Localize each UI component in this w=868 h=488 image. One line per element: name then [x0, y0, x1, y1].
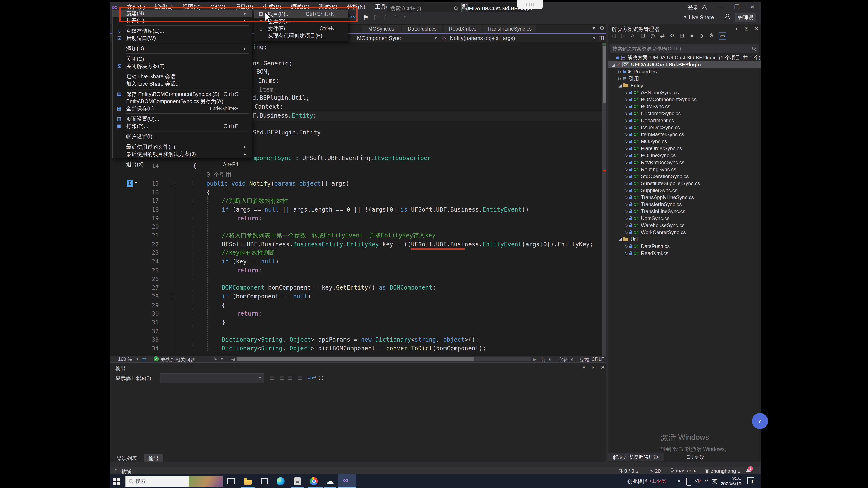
- tree-item[interactable]: ▷C#BOMComponentSync.cs: [609, 96, 761, 103]
- prev-bookmark-icon[interactable]: ⚐: [373, 14, 379, 22]
- tree-item[interactable]: ▷C#WarehouseSync.cs: [609, 222, 761, 229]
- visual-studio-taskbar-tile[interactable]: ∞: [338, 475, 356, 488]
- tree-item[interactable]: ▷C#CustomerSync.cs: [609, 110, 761, 117]
- clock[interactable]: 9:31 2023/6/19: [720, 475, 741, 487]
- feedback-person-icon[interactable]: [724, 14, 730, 19]
- home-icon[interactable]: ⌂: [631, 32, 634, 39]
- view-code-icon[interactable]: ◇: [699, 32, 703, 39]
- tree-item[interactable]: ▷C#RcvRptDocSync.cs: [609, 159, 761, 166]
- scroll-left-arrow[interactable]: ◀: [231, 356, 235, 362]
- menu-item[interactable]: ⊡启动窗口(W): [113, 35, 252, 42]
- tree-item[interactable]: ▷⊞引用: [609, 75, 761, 82]
- word-wrap-icon[interactable]: ab↵: [308, 375, 317, 380]
- active-files-dropdown-icon[interactable]: ▼: [591, 26, 596, 31]
- collapsed-arrow-icon[interactable]: ▷: [624, 174, 629, 179]
- tree-item[interactable]: ▷C#DataPush.cs: [609, 243, 761, 250]
- notification-center-button[interactable]: 1: [747, 477, 754, 484]
- close-icon[interactable]: ✕: [601, 364, 605, 370]
- collapsed-arrow-icon[interactable]: ▷: [624, 202, 629, 207]
- horizontal-scrollbar[interactable]: [237, 357, 531, 361]
- show-all-files-icon[interactable]: ▣: [689, 32, 695, 39]
- tree-item[interactable]: ◢Entity: [609, 82, 761, 89]
- link-icon[interactable]: ⇄: [704, 478, 709, 483]
- menu-item[interactable]: 帐户设置(I)...: [113, 133, 252, 140]
- menu-item[interactable]: Entity\BOMComponentSync.cs 另存为(A)...: [113, 98, 252, 105]
- live-share-button[interactable]: ⇗ Live Share: [682, 14, 714, 21]
- refresh-icon[interactable]: ↻: [670, 32, 675, 39]
- tab-options-gear-icon[interactable]: ⚙: [599, 25, 604, 31]
- split-editor-icon[interactable]: ◫: [599, 35, 604, 41]
- preview-icon[interactable]: ▭: [719, 32, 726, 40]
- properties-icon[interactable]: ⚙: [709, 32, 714, 39]
- clock-icon[interactable]: ◷: [318, 374, 323, 381]
- collapsed-arrow-icon[interactable]: ▷: [624, 132, 629, 137]
- collapsed-arrow-icon[interactable]: ▷: [624, 244, 629, 249]
- collapsed-arrow-icon[interactable]: ▷: [624, 195, 629, 200]
- collapse-all-icon[interactable]: ⊟: [680, 32, 684, 39]
- list-icon[interactable]: ≣: [280, 374, 284, 381]
- list-icon[interactable]: ≣: [298, 374, 303, 381]
- collapsed-arrow-icon[interactable]: ▷: [624, 167, 629, 172]
- collapsed-arrow-icon[interactable]: ▷: [624, 181, 629, 186]
- zoom-level-dropdown[interactable]: 160 %: [118, 356, 132, 362]
- collapsed-arrow-icon[interactable]: ▷: [624, 104, 629, 109]
- menu-item[interactable]: 启动 Live Share 会话: [113, 73, 252, 80]
- vpn-cloud-button[interactable]: ☁: [326, 477, 334, 485]
- menu-item[interactable]: ▥页面设置(U)...: [113, 115, 252, 123]
- tree-item[interactable]: ▷C#ItemMasterSync.cs: [609, 131, 761, 138]
- pin-icon[interactable]: ⊡: [744, 26, 749, 32]
- collapsed-arrow-icon[interactable]: ▷: [624, 230, 629, 235]
- file-explorer-button[interactable]: [244, 477, 252, 485]
- tree-item[interactable]: ▷C#StdOperationSync.cs: [609, 173, 761, 180]
- output-source-dropdown[interactable]: ▼: [160, 373, 264, 383]
- collapsed-arrow-icon[interactable]: ▷: [624, 118, 629, 123]
- menu-item[interactable]: 退出(X)Alt+F4: [113, 161, 252, 168]
- fold-collapse-icon[interactable]: −: [172, 181, 178, 186]
- collapsed-arrow-icon[interactable]: ▷: [617, 76, 623, 81]
- start-button[interactable]: [112, 477, 121, 485]
- collapsed-arrow-icon[interactable]: ▷: [624, 251, 629, 256]
- collapsed-arrow-icon[interactable]: ▷: [624, 111, 629, 116]
- tree-item[interactable]: ▷⚙Properties: [609, 68, 761, 75]
- expanded-arrow-icon[interactable]: ◢: [611, 62, 616, 67]
- collapsed-arrow-icon[interactable]: ▷: [624, 139, 629, 144]
- vertical-scrollbar[interactable]: [602, 42, 606, 356]
- sync-doc-icon[interactable]: ⇄: [142, 356, 146, 362]
- editor-tab[interactable]: ReadXml.cs: [443, 25, 482, 33]
- navbar-type-dropdown[interactable]: MComponentSync: [357, 35, 401, 41]
- sync-icon[interactable]: ⇄: [660, 32, 665, 39]
- navbar-member-dropdown[interactable]: Notify(params object[] args): [450, 35, 515, 41]
- collapsed-arrow-icon[interactable]: ▷: [624, 160, 629, 165]
- panel-tab[interactable]: Git 更改: [682, 453, 709, 461]
- restore-button[interactable]: ❐: [734, 4, 740, 10]
- network-monitor-icon[interactable]: [686, 478, 687, 484]
- list-icon[interactable]: ≣: [269, 374, 274, 381]
- tree-item[interactable]: ▷C#SupplierSync.cs: [609, 187, 761, 194]
- editor-tab[interactable]: TransInLineSync.cs: [483, 25, 536, 33]
- tree-item[interactable]: ▷C#ASNLineSync.cs: [609, 89, 761, 96]
- switch-views-icon[interactable]: ⊡: [641, 32, 645, 39]
- tree-item[interactable]: ▷C#ReadXml.cs: [609, 250, 761, 257]
- close-icon[interactable]: ✕: [754, 26, 758, 32]
- menu-item[interactable]: ▯文件(F)...Ctrl+N: [254, 25, 348, 32]
- back-icon[interactable]: ◁: [611, 32, 616, 39]
- menu-item[interactable]: ▤保存 Entity\BOMComponentSync.cs (S)Ctrl+S: [113, 91, 252, 98]
- list-icon[interactable]: ≣: [287, 374, 292, 381]
- scrollbar-thumb[interactable]: [237, 357, 474, 361]
- menu-item[interactable]: ⇩克隆存储库(E)...: [113, 27, 252, 35]
- tree-item[interactable]: ▷C#RoutingSync.cs: [609, 166, 761, 173]
- collapsed-arrow-icon[interactable]: ▷: [624, 209, 629, 214]
- forward-icon[interactable]: ▷: [621, 32, 625, 39]
- tree-item[interactable]: ▷C#POLineSync.cs: [609, 152, 761, 159]
- clear-bookmarks-icon[interactable]: ⚐: [394, 14, 399, 22]
- solution-search-box[interactable]: 搜索解决方案资源管理器(Ctrl+;): [610, 44, 759, 53]
- editor-tab[interactable]: MOSync.cs: [362, 25, 401, 33]
- tree-item[interactable]: ◢✓C#UFIDA.U9.Cust.Std.BEPlugin: [609, 61, 761, 68]
- fold-collapse-icon[interactable]: −: [172, 294, 178, 299]
- collapsed-arrow-icon[interactable]: ▷: [617, 69, 623, 74]
- menu-item[interactable]: ▣打印(P)...Ctrl+P: [113, 123, 252, 130]
- menu-item[interactable]: 加入 Live Share 会话...: [113, 80, 252, 87]
- expanded-arrow-icon[interactable]: ◢: [617, 237, 623, 242]
- collapsed-arrow-icon[interactable]: ▷: [624, 188, 629, 193]
- collapsed-arrow-icon[interactable]: ▷: [624, 97, 629, 102]
